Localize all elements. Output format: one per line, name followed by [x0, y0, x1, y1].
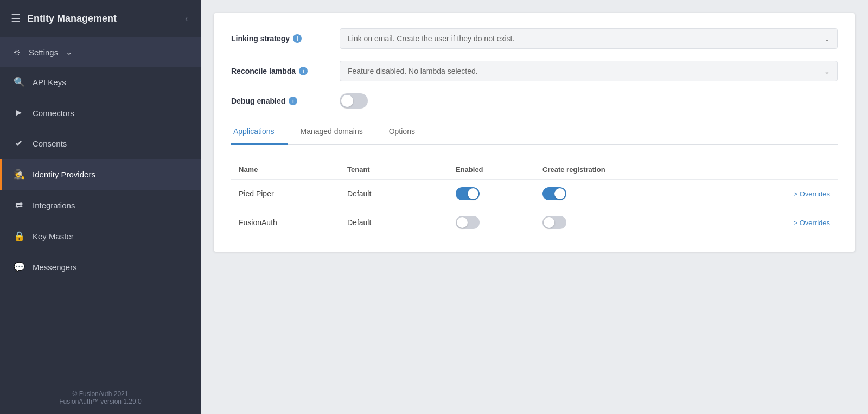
identity-providers-icon: 🕵 [13, 169, 25, 180]
table-row: Pied Piper Default > Overrides [231, 180, 838, 208]
applications-table: Name Tenant Enabled Create registration … [231, 160, 838, 237]
row-fusionauth-name: FusionAuth [231, 208, 340, 237]
sidebar-collapse-button[interactable]: ‹ [183, 12, 190, 25]
table-row: FusionAuth Default > Overrides [231, 208, 838, 237]
linking-strategy-info-icon[interactable]: i [293, 34, 302, 43]
tab-options[interactable]: Options [376, 120, 428, 145]
col-header-create-registration: Create registration [535, 160, 654, 180]
main-content: Linking strategy i Link on email. Create… [201, 0, 868, 414]
api-keys-icon: 🔍 [13, 77, 25, 88]
fusionauth-overrides-link[interactable]: > Overrides [793, 219, 830, 227]
sidebar-item-identity-providers[interactable]: 🕵 Identity Providers [0, 159, 201, 190]
messengers-icon: 💬 [13, 262, 25, 273]
sidebar: ☰ Entity Management ‹ ⛭ Settings ⌄ 🔍 API… [0, 0, 201, 414]
row-fusionauth-enabled-cell [448, 208, 535, 237]
pied-piper-enabled-knob [468, 188, 478, 199]
sidebar-item-settings[interactable]: ⛭ Settings ⌄ [0, 37, 201, 67]
fusionauth-enabled-toggle[interactable] [456, 216, 480, 229]
reconcile-lambda-label: Reconcile lambda i [231, 67, 329, 75]
pied-piper-create-reg-toggle[interactable] [542, 187, 566, 200]
footer-version: FusionAuth™ version 1.29.0 [11, 398, 190, 405]
sidebar-title: Entity Management [27, 13, 117, 24]
key-master-icon: 🔒 [13, 231, 25, 242]
fusionauth-create-reg-knob [544, 217, 554, 228]
connectors-icon: ► [13, 107, 25, 118]
debug-enabled-toggle[interactable] [340, 93, 368, 109]
entity-management-icon: ☰ [11, 12, 21, 25]
row-pied-piper-overrides-cell: > Overrides [654, 180, 838, 208]
sidebar-item-connectors-label: Connectors [33, 109, 188, 118]
tab-applications[interactable]: Applications [231, 120, 288, 145]
integrations-icon: ⇄ [13, 200, 25, 211]
consents-icon: ✔ [13, 138, 25, 149]
sidebar-item-consents-label: Consents [33, 139, 188, 148]
sidebar-item-api-keys[interactable]: 🔍 API Keys [0, 67, 201, 98]
sidebar-header: ☰ Entity Management ‹ [0, 0, 201, 37]
reconcile-lambda-select[interactable]: Feature disabled. No lambda selected. [340, 61, 838, 81]
linking-strategy-select-wrapper: Link on email. Create the user if they d… [340, 28, 838, 49]
sidebar-item-messengers-label: Messengers [33, 263, 188, 272]
sidebar-item-integrations-label: Integrations [33, 201, 188, 210]
fusionauth-enabled-knob [457, 217, 468, 228]
sidebar-item-api-keys-label: API Keys [33, 78, 188, 87]
debug-enabled-toggle-knob [341, 95, 353, 107]
sidebar-item-messengers[interactable]: 💬 Messengers [0, 252, 201, 283]
sidebar-item-key-master[interactable]: 🔒 Key Master [0, 221, 201, 252]
row-pied-piper-name: Pied Piper [231, 180, 340, 208]
row-pied-piper-enabled-cell [448, 180, 535, 208]
reconcile-lambda-row: Reconcile lambda i Feature disabled. No … [231, 61, 838, 81]
sidebar-item-connectors[interactable]: ► Connectors [0, 98, 201, 128]
table-header: Name Tenant Enabled Create registration [231, 160, 838, 180]
debug-enabled-label: Debug enabled i [231, 97, 329, 105]
sidebar-item-integrations[interactable]: ⇄ Integrations [0, 190, 201, 221]
sidebar-item-identity-providers-label: Identity Providers [33, 170, 188, 179]
reconcile-lambda-select-wrapper: Feature disabled. No lambda selected. ⌄ [340, 61, 838, 81]
linking-strategy-row: Linking strategy i Link on email. Create… [231, 28, 838, 49]
fusionauth-create-reg-toggle[interactable] [542, 216, 566, 229]
row-fusionauth-tenant: Default [340, 208, 448, 237]
sidebar-item-key-master-label: Key Master [33, 232, 188, 241]
sidebar-item-consents[interactable]: ✔ Consents [0, 128, 201, 159]
debug-enabled-info-icon[interactable]: i [289, 97, 297, 105]
col-header-name: Name [231, 160, 340, 180]
col-header-tenant: Tenant [340, 160, 448, 180]
linking-strategy-label: Linking strategy i [231, 34, 329, 43]
row-fusionauth-overrides-cell: > Overrides [654, 208, 838, 237]
footer-copyright: © FusionAuth 2021 [11, 390, 190, 398]
pied-piper-create-reg-knob [554, 188, 565, 199]
col-header-enabled: Enabled [448, 160, 535, 180]
reconcile-lambda-info-icon[interactable]: i [299, 67, 308, 75]
settings-icon: ⛭ [13, 48, 21, 57]
pied-piper-enabled-toggle[interactable] [456, 187, 480, 200]
linking-strategy-select[interactable]: Link on email. Create the user if they d… [340, 28, 838, 49]
pied-piper-overrides-link[interactable]: > Overrides [793, 190, 830, 198]
col-header-overrides [654, 160, 838, 180]
row-fusionauth-create-reg-cell [535, 208, 654, 237]
sidebar-footer: © FusionAuth 2021 FusionAuth™ version 1.… [0, 381, 201, 414]
table-body: Pied Piper Default > Overrides [231, 180, 838, 237]
tabs-bar: Applications Managed domains Options [231, 120, 838, 145]
row-pied-piper-tenant: Default [340, 180, 448, 208]
sidebar-header-left: ☰ Entity Management [11, 12, 117, 25]
settings-chevron-icon: ⌄ [66, 47, 73, 57]
tab-managed-domains[interactable]: Managed domains [288, 120, 376, 145]
sidebar-item-settings-label: Settings [29, 48, 58, 57]
debug-enabled-row: Debug enabled i [231, 93, 838, 109]
content-card: Linking strategy i Link on email. Create… [214, 13, 855, 252]
row-pied-piper-create-reg-cell [535, 180, 654, 208]
